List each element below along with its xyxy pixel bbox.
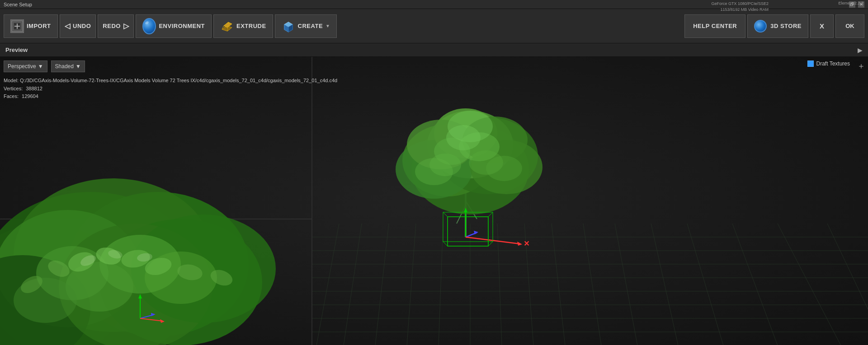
create-dropdown-arrow: ▼ bbox=[326, 23, 330, 28]
svg-point-56 bbox=[415, 158, 453, 185]
extrude-label: EXTRUDE bbox=[236, 23, 266, 29]
vertices-label: Vertices: bbox=[4, 86, 23, 91]
faces-label: Faces: bbox=[4, 93, 19, 99]
import-label: IMPORT bbox=[27, 23, 51, 29]
3d-store-label: 3D STORE bbox=[770, 23, 802, 29]
viewport-area: ✕ bbox=[0, 57, 868, 345]
environment-button[interactable]: ENVIRONMENT bbox=[136, 14, 212, 38]
perspective-dropdown-arrow: ▼ bbox=[38, 63, 43, 70]
shaded-dropdown-arrow: ▼ bbox=[75, 63, 81, 70]
3d-store-button[interactable]: 3D STORE bbox=[747, 14, 808, 38]
svg-text:✕: ✕ bbox=[524, 240, 529, 247]
import-button[interactable]: IMPORT bbox=[4, 14, 58, 38]
model-path-text: Model: Q:/3D/CGAxis-Models-Volume-72-Tre… bbox=[4, 77, 337, 85]
toolbar: IMPORT ◁ UNDO REDO ▷ ENVIRONMENT EXTRUDE bbox=[0, 9, 868, 43]
cancel-x-button[interactable]: X bbox=[810, 14, 834, 38]
redo-arrow-icon: ▷ bbox=[123, 22, 129, 30]
gpu-info: GeForce GTX 1080/PCIe/SSE2 1153/8192 MB … bbox=[711, 1, 769, 12]
svg-point-57 bbox=[486, 156, 522, 181]
add-viewport-button[interactable]: ＋ bbox=[857, 61, 865, 71]
svg-point-55 bbox=[448, 111, 493, 142]
help-center-button[interactable]: HELP CENTER bbox=[684, 14, 745, 38]
titlebar: Scene Setup GeForce GTX 1080/PCIe/SSE2 1… bbox=[0, 0, 868, 9]
preview-label: Preview bbox=[5, 47, 28, 53]
preview-bar: Preview ▶ bbox=[0, 43, 868, 57]
redo-button[interactable]: REDO ▷ bbox=[98, 14, 134, 38]
draft-textures-label: Draft Textures bbox=[816, 61, 850, 67]
create-button[interactable]: CREATE ▼ bbox=[275, 14, 337, 38]
redo-label: REDO bbox=[103, 23, 121, 29]
undo-arrow-icon: ◁ bbox=[65, 22, 71, 30]
create-label: CREATE bbox=[298, 23, 323, 29]
shaded-dropdown[interactable]: Shaded ▼ bbox=[51, 61, 85, 72]
viewport-controls: Perspective ▼ Shaded ▼ bbox=[4, 61, 85, 72]
model-info: Model: Q:/3D/CGAxis-Models-Volume-72-Tre… bbox=[4, 77, 337, 101]
faces-row: Faces: 129604 bbox=[4, 93, 337, 101]
undo-label: UNDO bbox=[73, 23, 91, 29]
element-version: Element 2.2.2 bbox=[838, 1, 863, 5]
undo-button[interactable]: ◁ UNDO bbox=[60, 14, 96, 38]
draft-textures-checkbox[interactable] bbox=[807, 61, 814, 67]
globe-icon bbox=[142, 19, 156, 33]
help-center-label: HELP CENTER bbox=[693, 23, 737, 29]
draft-textures-area: Draft Textures bbox=[807, 61, 850, 67]
extrude-button[interactable]: EXTRUDE bbox=[213, 14, 273, 38]
ok-label: OK bbox=[845, 23, 854, 29]
vertices-value: 388812 bbox=[26, 86, 42, 91]
preview-expand-arrow[interactable]: ▶ bbox=[858, 47, 863, 54]
ok-button[interactable]: OK bbox=[835, 14, 864, 38]
shaded-label: Shaded bbox=[55, 63, 74, 70]
titlebar-title: Scene Setup bbox=[4, 2, 32, 7]
extrude-icon bbox=[220, 19, 234, 33]
import-icon bbox=[10, 19, 24, 33]
cube-icon bbox=[282, 19, 295, 33]
faces-value: 129604 bbox=[22, 93, 38, 99]
x-label: X bbox=[820, 22, 824, 30]
perspective-dropdown[interactable]: Perspective ▼ bbox=[4, 61, 47, 72]
vertices-row: Vertices: 388812 bbox=[4, 85, 337, 93]
environment-label: ENVIRONMENT bbox=[159, 23, 205, 29]
perspective-label: Perspective bbox=[8, 63, 36, 70]
store-globe-icon bbox=[754, 20, 767, 33]
